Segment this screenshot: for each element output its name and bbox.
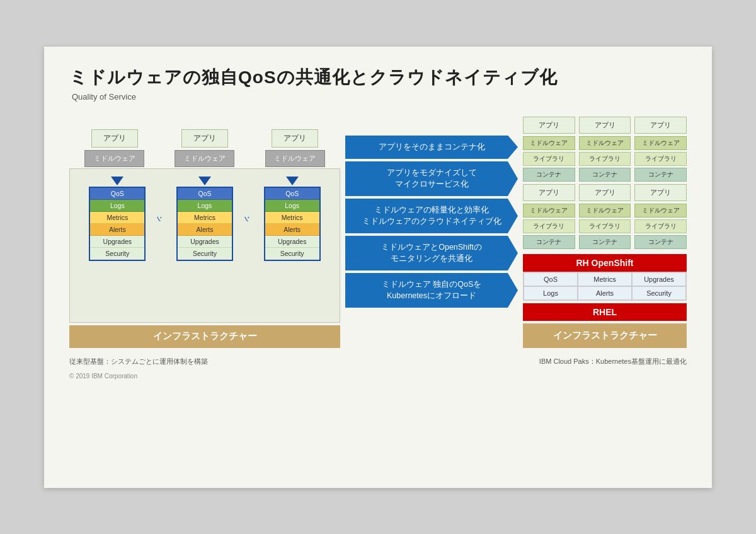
right-cont-2-1: コンテナ [523,235,575,249]
stack-security-2: Security [178,248,232,260]
arrow-4: ミドルウェアとOpenShiftのモニタリングを共通化 [345,236,518,270]
stack-col-2: QoS Logs Metrics Alerts Upgrades Securit… [176,177,233,261]
right-infra-label: インフラストラクチャー [523,323,687,348]
os-cell-upgrades: Upgrades [632,272,686,286]
slide: ミドルウェアの独自QoSの共通化とクラウドネイティブ化 Quality of S… [44,47,712,488]
slide-title: ミドルウェアの独自QoSの共通化とクラウドネイティブ化 [69,66,687,90]
footnote-right: IBM Cloud Paks：Kubernetes基盤運用に最適化 [539,357,687,366]
right-app-2-3: アプリ [634,184,687,201]
right-block-3: アプリ [634,117,687,134]
right-mw-section-2: ミドルウェア ライブラリ コンテナ ミドルウェア ライブラリ コンテナ ミドルウ… [523,204,687,249]
stack-qos-1: QoS [90,188,144,200]
stack-col-3: QoS Logs Metrics Alerts Upgrades Securit… [264,177,321,261]
slide-subtitle: Quality of Service [72,92,687,102]
right-mw-2-2: ミドルウェア [579,204,631,218]
right-cont-2-2: コンテナ [579,235,631,249]
left-infra-label: インフラストラクチャー [69,325,340,348]
right-lib-1-1: ライブラリ [523,152,575,166]
os-cell-qos: QoS [524,272,578,286]
right-mw-block-1: ミドルウェア ライブラリ コンテナ [523,136,575,182]
stack-logs-1: Logs [90,200,144,212]
stack-alerts-2: Alerts [178,224,232,236]
stack-arrow-2 [198,177,211,185]
rhel-bar: RHEL [523,303,687,321]
stack-metrics-2: Metrics [178,212,232,224]
left-app-2: アプリ [181,129,228,148]
left-mw-1: ミドルウェア [84,150,144,167]
right-cont-2-3: コンテナ [634,235,687,249]
openshift-bar: RH OpenShift [523,254,687,272]
footnote-left: 従来型基盤：システムごとに運用体制を構築 [69,357,208,366]
right-cont-1-3: コンテナ [634,168,687,182]
right-mw2-block-1: ミドルウェア ライブラリ コンテナ [523,204,575,249]
stack-qos-2: QoS [178,188,232,200]
right-mw-block-2: ミドルウェア ライブラリ コンテナ [579,136,631,182]
right-app2-block-3: アプリ [634,184,687,201]
stack-items-1: QoS Logs Metrics Alerts Upgrades Securit… [89,187,146,261]
stack-security-1: Security [90,248,144,260]
right-mw-1-3: ミドルウェア [634,136,687,150]
right-block-2: アプリ [579,117,631,134]
left-app-3: アプリ [272,129,318,148]
right-cont-1-2: コンテナ [579,168,631,182]
right-mw-1-2: ミドルウェア [579,136,631,150]
stack-arrow-1 [111,177,123,185]
right-app-2-1: アプリ [523,184,575,201]
stack-alerts-3: Alerts [265,224,319,236]
right-app-section-2: アプリ アプリ アプリ [523,184,687,201]
stack-items-3: QoS Logs Metrics Alerts Upgrades Securit… [264,187,321,261]
right-app-1-3: アプリ [634,117,687,134]
stack-qos-3: QoS [265,188,319,200]
os-cell-alerts: Alerts [578,286,632,300]
left-app-1: アプリ [91,129,138,148]
right-cont-1-1: コンテナ [523,168,575,182]
stack-side-2: ン [243,216,251,221]
middle-section: アプリをそのままコンテナ化 アプリをモダナイズしてマイクロサービス化 ミドルウェ… [340,117,523,348]
stack-upgrades-3: Upgrades [265,236,319,248]
left-section: アプリ アプリ アプリ ミドルウェア ミドルウェア ミドルウェア QoS [69,117,340,348]
right-app-1-2: アプリ [579,117,631,134]
copyright: © 2019 IBM Corporation [69,373,687,380]
stacks-wrapper: QoS Logs Metrics Alerts Upgrades Securit… [69,168,340,323]
stack-alerts-1: Alerts [90,224,144,236]
right-lib-1-3: ライブラリ [634,152,687,166]
right-app2-block-2: アプリ [579,184,631,201]
openshift-grid: QoS Metrics Upgrades Logs Alerts Securit… [523,272,687,301]
right-lib-2-3: ライブラリ [634,219,687,233]
right-mw2-block-3: ミドルウェア ライブラリ コンテナ [634,204,687,249]
left-mw-row: ミドルウェア ミドルウェア ミドルウェア [69,150,340,167]
left-apps-row: アプリ アプリ アプリ [69,129,340,148]
right-mw2-block-2: ミドルウェア ライブラリ コンテナ [579,204,631,249]
stack-arrow-3 [286,177,299,185]
right-mw-2-1: ミドルウェア [523,204,575,218]
arrow-3: ミドルウェアの軽量化と効率化ミドルウェアのクラウドネイティブ化 [345,199,518,233]
right-lib-2-1: ライブラリ [523,219,575,233]
stack-upgrades-1: Upgrades [90,236,144,248]
right-app2-block-1: アプリ [523,184,575,201]
right-mw-block-3: ミドルウェア ライブラリ コンテナ [634,136,687,182]
arrow-5: ミドルウェア 独自のQoSをKubernetesにオフロード [345,273,518,308]
right-mw-section-1: ミドルウェア ライブラリ コンテナ ミドルウェア ライブラリ コンテナ ミドルウ… [523,136,687,182]
right-block-1: アプリ [523,117,575,134]
left-mw-3: ミドルウェア [265,150,325,167]
os-cell-logs: Logs [524,286,578,300]
stack-metrics-1: Metrics [90,212,144,224]
right-top-section: アプリ アプリ アプリ [523,117,687,134]
os-cell-metrics: Metrics [578,272,632,286]
stack-col-1: QoS Logs Metrics Alerts Upgrades Securit… [89,177,146,261]
right-lib-2-2: ライブラリ [579,219,631,233]
arrow-2: アプリをモダナイズしてマイクロサービス化 [345,161,518,196]
stack-side-1: ン [155,216,163,221]
main-content: アプリ アプリ アプリ ミドルウェア ミドルウェア ミドルウェア QoS [69,117,687,348]
right-lib-1-2: ライブラリ [579,152,631,166]
stacks-row: QoS Logs Metrics Alerts Upgrades Securit… [76,177,333,261]
arrow-1: アプリをそのままコンテナ化 [345,136,518,160]
os-cell-security: Security [632,286,686,300]
right-app-2-2: アプリ [579,184,631,201]
left-mw-2: ミドルウェア [175,150,234,167]
right-mw-2-3: ミドルウェア [634,204,687,218]
stack-logs-3: Logs [265,200,319,212]
right-mw-1-1: ミドルウェア [523,136,575,150]
stack-items-2: QoS Logs Metrics Alerts Upgrades Securit… [176,187,233,261]
stack-upgrades-2: Upgrades [178,236,232,248]
